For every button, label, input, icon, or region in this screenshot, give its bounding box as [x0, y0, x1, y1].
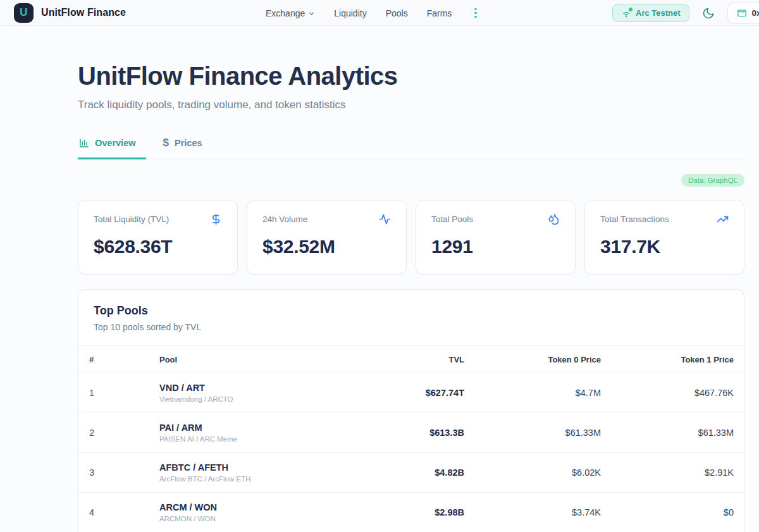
token1-price: $467.76K — [611, 373, 744, 413]
analytics-tabs: Overview $ Prices — [78, 137, 744, 159]
table-row[interactable]: 4 ARCM / WON ARCMON / WON $2.98B $3.74K … — [78, 493, 744, 532]
network-selector-button[interactable]: Arc Testnet — [612, 4, 689, 22]
online-status-dot — [629, 8, 632, 11]
pool-rank: 3 — [78, 453, 159, 493]
column-header-rank: # — [78, 346, 159, 373]
stat-value: $628.36T — [94, 236, 222, 257]
pool-pair: ARCM / WON — [159, 502, 373, 512]
stat-card-transactions: Total Transactions 317.7K — [584, 200, 744, 275]
nav-item-liquidity[interactable]: Liquidity — [334, 8, 366, 18]
stat-card-volume: 24h Volume $32.52M — [247, 200, 407, 275]
trending-up-icon — [717, 213, 729, 228]
pool-cell: AFBTC / AFETH ArcFlow BTC / ArcFlow ETH — [159, 453, 373, 493]
wifi-status-icon — [621, 9, 631, 18]
badge-row: Data: GraphQL — [78, 174, 744, 187]
dark-mode-toggle[interactable] — [700, 5, 717, 22]
top-navigation-bar: U UnitFlow Finance Exchange Liquidity Po… — [0, 0, 759, 26]
stat-value: 317.7K — [600, 236, 729, 257]
stats-row: Total Liquidity (TVL) $628.36T 24h Volum… — [78, 200, 744, 275]
droplets-icon — [548, 213, 560, 228]
pool-tvl: $4.82B — [373, 453, 474, 493]
pool-pair: PAI / ARM — [159, 423, 373, 433]
token1-price: $2.91K — [611, 453, 744, 493]
pool-rank: 4 — [78, 493, 159, 532]
pool-tvl: $627.74T — [373, 373, 474, 413]
top-pools-header: Top Pools Top 10 pools sorted by TVL — [78, 290, 744, 345]
table-header-row: # Pool TVL Token 0 Price Token 1 Price — [78, 346, 744, 373]
token0-price: $4.7M — [474, 373, 611, 413]
brand[interactable]: U UnitFlow Finance — [14, 3, 126, 23]
pool-cell: ARCM / WON ARCMON / WON — [159, 493, 373, 532]
stat-card-pools: Total Pools 1291 — [416, 200, 576, 275]
token1-price: $61.33M — [611, 413, 744, 453]
chevron-down-icon — [308, 10, 315, 17]
table-row[interactable]: 1 VND / ART Vietnamdong / ARCTO $627.74T… — [78, 373, 744, 413]
pool-tvl: $2.98B — [373, 493, 474, 532]
dollar-icon: $ — [163, 137, 169, 149]
pool-pair: AFBTC / AFETH — [159, 462, 373, 473]
more-menu-kebab-icon[interactable] — [471, 6, 481, 21]
pool-tvl: $613.3B — [373, 413, 474, 453]
tab-prices-label: Prices — [175, 138, 202, 148]
column-header-token0-price: Token 0 Price — [474, 346, 611, 373]
main-nav: Exchange Liquidity Pools Farms — [266, 0, 481, 26]
token0-price: $6.02K — [474, 453, 611, 493]
activity-icon — [379, 213, 391, 228]
page-subtitle: Track liquidity pools, trading volume, a… — [78, 99, 744, 111]
top-pools-card: Top Pools Top 10 pools sorted by TVL # P… — [78, 289, 744, 532]
top-pools-title: Top Pools — [94, 304, 729, 318]
pool-rank: 2 — [78, 413, 159, 453]
stat-label: Total Pools — [431, 214, 473, 224]
tab-overview[interactable]: Overview — [78, 137, 146, 159]
stat-label: 24h Volume — [262, 214, 307, 224]
column-header-pool: Pool — [159, 346, 373, 373]
page-title: UnitFlow Finance Analytics — [78, 62, 744, 90]
token1-price: $0 — [611, 493, 744, 532]
data-source-badge: Data: GraphQL — [681, 174, 744, 187]
table-row[interactable]: 3 AFBTC / AFETH ArcFlow BTC / ArcFlow ET… — [78, 453, 744, 493]
column-header-token1-price: Token 1 Price — [611, 346, 744, 373]
pool-token-names: ARCMON / WON — [159, 515, 373, 523]
column-header-tvl: TVL — [373, 346, 474, 373]
unitflow-logo-icon: U — [14, 3, 34, 23]
wallet-address-button[interactable]: 0xF17 — [727, 3, 759, 23]
stat-card-tvl: Total Liquidity (TVL) $628.36T — [78, 200, 238, 275]
tab-prices[interactable]: $ Prices — [162, 137, 213, 159]
bar-chart-icon — [79, 138, 89, 148]
pool-cell: PAI / ARM PAISEN AI / ARC Meme — [159, 413, 373, 453]
wallet-icon — [737, 8, 747, 18]
top-pools-subtitle: Top 10 pools sorted by TVL — [94, 322, 729, 332]
pool-rank: 1 — [78, 373, 159, 413]
nav-item-pools[interactable]: Pools — [386, 8, 408, 18]
nav-item-exchange[interactable]: Exchange — [266, 8, 315, 18]
pool-pair: VND / ART — [159, 383, 373, 393]
nav-item-farms[interactable]: Farms — [427, 8, 452, 18]
wallet-address: 0xF17 — [752, 8, 759, 18]
pool-token-names: PAISEN AI / ARC Meme — [159, 435, 373, 443]
tab-overview-label: Overview — [95, 138, 136, 148]
stat-value: $32.52M — [262, 236, 391, 257]
dollar-icon — [210, 213, 222, 228]
token0-price: $61.33M — [474, 413, 611, 453]
pool-token-names: Vietnamdong / ARCTO — [159, 395, 373, 403]
nav-item-exchange-label: Exchange — [266, 8, 305, 18]
pool-token-names: ArcFlow BTC / ArcFlow ETH — [159, 475, 373, 483]
stat-label: Total Liquidity (TVL) — [94, 214, 169, 224]
header-actions: Arc Testnet 0xF17 — [612, 0, 759, 26]
table-row[interactable]: 2 PAI / ARM PAISEN AI / ARC Meme $613.3B… — [78, 413, 744, 453]
pool-cell: VND / ART Vietnamdong / ARCTO — [159, 373, 373, 413]
logo-letter: U — [20, 6, 27, 19]
brand-name: UnitFlow Finance — [41, 7, 126, 18]
token0-price: $3.74K — [474, 493, 611, 532]
stat-label: Total Transactions — [600, 214, 669, 224]
stat-value: 1291 — [431, 236, 560, 257]
network-label: Arc Testnet — [636, 8, 681, 18]
pools-table: # Pool TVL Token 0 Price Token 1 Price 1… — [78, 345, 744, 532]
analytics-page: UnitFlow Finance Analytics Track liquidi… — [78, 62, 744, 532]
moon-icon — [702, 7, 715, 20]
